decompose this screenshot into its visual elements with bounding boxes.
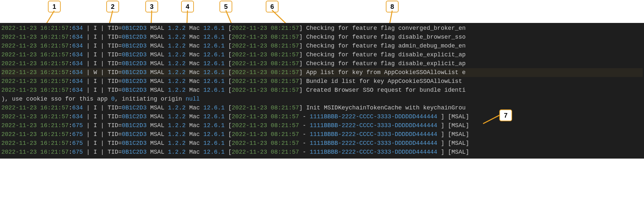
log-date: 2022-11-23 xyxy=(1,131,37,138)
dash: - xyxy=(299,131,310,138)
brkt: ] xyxy=(441,131,445,138)
sp xyxy=(164,113,168,120)
log-date: 2022-11-23 xyxy=(1,69,37,76)
brkt: [ xyxy=(228,113,232,120)
sp xyxy=(37,60,40,67)
os-name: Mac xyxy=(189,69,200,76)
sep: | xyxy=(97,105,108,111)
sp xyxy=(186,78,189,85)
log-time: 16:21:57 xyxy=(40,69,69,76)
sp xyxy=(164,51,168,58)
inner-date: 2022-11-23 xyxy=(232,78,267,85)
log-date: 2022-11-23 xyxy=(1,60,37,67)
inner-time: 08:21:57 xyxy=(271,43,299,49)
sp xyxy=(37,78,40,85)
sp xyxy=(200,105,203,111)
tid-value: 0B1C2D3 xyxy=(122,60,147,67)
sp xyxy=(225,78,228,85)
colon: : xyxy=(69,60,72,67)
log-ms: 634 xyxy=(72,43,83,49)
guid: 1111BBBB-2222-CCCC-3333-DDDDDD444444 xyxy=(310,131,441,138)
log-level: W xyxy=(93,69,97,76)
log-time: 16:21:57 xyxy=(40,105,69,111)
inner-date: 2022-11-23 xyxy=(232,43,267,49)
log-level: I xyxy=(93,131,97,138)
tid-label: TID= xyxy=(108,113,122,120)
brkt: ] xyxy=(299,69,303,76)
sp xyxy=(444,122,448,129)
dash: - xyxy=(299,140,310,146)
inner-date: 2022-11-23 xyxy=(232,105,267,111)
guid: 1111BBBB-2222-CCCC-3333-DDDDDD444444 xyxy=(310,140,441,146)
brkt: [ xyxy=(228,34,232,40)
os-ver: 12.6.1 xyxy=(203,140,225,146)
sp xyxy=(186,51,189,58)
log-date: 2022-11-23 xyxy=(1,122,37,129)
tid-value: 0B1C2D3 xyxy=(122,140,147,146)
guid: 1111BBBB-2222-CCCC-3333-DDDDDD444444 xyxy=(310,113,441,120)
sep: | xyxy=(83,69,93,76)
log-time: 16:21:57 xyxy=(40,113,69,120)
sp xyxy=(147,131,150,138)
brkt: [ xyxy=(228,43,232,49)
sp xyxy=(186,69,189,76)
os-name: Mac xyxy=(189,131,200,138)
annotation-callout-7: 7 xyxy=(499,109,512,121)
guid: 1111BBBB-2222-CCCC-3333-DDDDDD444444 xyxy=(310,149,441,155)
os-ver: 12.6.1 xyxy=(203,34,225,40)
sp xyxy=(267,25,271,31)
log-viewer: 2022-11-23 16:21:57:634 | I | TID=0B1C2D… xyxy=(0,23,644,159)
sp xyxy=(186,60,189,67)
brkt: [ xyxy=(228,140,232,146)
sp xyxy=(225,25,228,31)
log-line: 2022-11-23 16:21:57:634 | I | TID=0B1C2D… xyxy=(1,42,643,50)
lib-name: MSAL xyxy=(150,60,164,67)
inner-date: 2022-11-23 xyxy=(232,51,267,58)
lib-ver: 1.2.2 xyxy=(168,69,186,76)
sp xyxy=(302,78,306,85)
sp xyxy=(200,43,203,49)
sep: | xyxy=(83,43,93,49)
sp xyxy=(186,34,189,40)
sp xyxy=(164,34,168,40)
log-time: 16:21:57 xyxy=(40,60,69,67)
os-ver: 12.6.1 xyxy=(203,131,225,138)
tid-value: 0B1C2D3 xyxy=(122,25,147,31)
log-line: ), use cookie sso for this app 0, initia… xyxy=(1,95,643,104)
sp xyxy=(186,105,189,111)
inner-date: 2022-11-23 xyxy=(232,25,267,31)
tid-value: 0B1C2D3 xyxy=(122,43,147,49)
sp xyxy=(225,51,228,58)
brkt: [ xyxy=(228,69,232,76)
brkt: [ xyxy=(228,60,232,67)
log-line: 2022-11-23 16:21:57:634 | I | TID=0B1C2D… xyxy=(1,104,643,112)
lib-ver: 1.2.2 xyxy=(168,140,186,146)
sp xyxy=(147,113,150,120)
os-name: Mac xyxy=(189,60,200,67)
sp xyxy=(37,43,40,49)
log-line: 2022-11-23 16:21:57:634 | I | TID=0B1C2D… xyxy=(1,33,643,42)
sp xyxy=(186,25,189,31)
sp xyxy=(225,122,228,129)
log-line: 2022-11-23 16:21:57:634 | I | TID=0B1C2D… xyxy=(1,24,643,33)
sp xyxy=(225,140,228,146)
colon: : xyxy=(69,34,72,40)
sp xyxy=(302,25,306,31)
log-ms: 634 xyxy=(72,51,83,58)
log-level: I xyxy=(93,43,97,49)
tid-value: 0B1C2D3 xyxy=(122,149,147,155)
log-line: 2022-11-23 16:21:57:634 | I | TID=0B1C2D… xyxy=(1,86,643,95)
brkt: ] xyxy=(299,25,303,31)
log-null: null xyxy=(186,96,200,102)
sp xyxy=(267,113,271,120)
os-name: Mac xyxy=(189,105,200,111)
lib-name: MSAL xyxy=(150,149,164,155)
tid-value: 0B1C2D3 xyxy=(122,105,147,111)
sp xyxy=(200,78,203,85)
sp xyxy=(267,78,271,85)
sp xyxy=(147,78,150,85)
log-msg: Init MSIDKeychainTokenCache with keychai… xyxy=(306,105,466,111)
sp xyxy=(225,131,228,138)
inner-date: 2022-11-23 xyxy=(232,149,267,155)
brkt: ] xyxy=(441,122,445,129)
